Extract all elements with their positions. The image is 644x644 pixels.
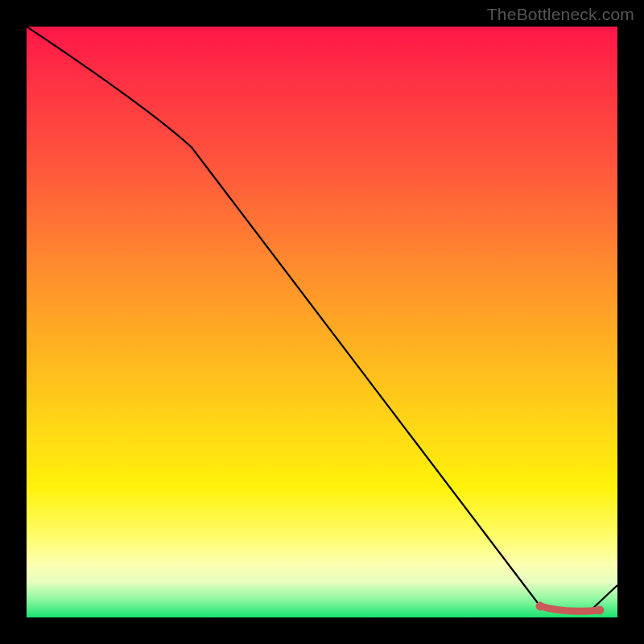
curve-line bbox=[27, 27, 617, 611]
watermark-text: TheBottleneck.com bbox=[487, 5, 634, 24]
flat-marker-band bbox=[536, 602, 604, 614]
chart-stage: TheBottleneck.com bbox=[0, 0, 644, 644]
svg-point-1 bbox=[596, 606, 604, 614]
plot-area bbox=[27, 27, 617, 617]
chart-overlay bbox=[27, 27, 617, 617]
